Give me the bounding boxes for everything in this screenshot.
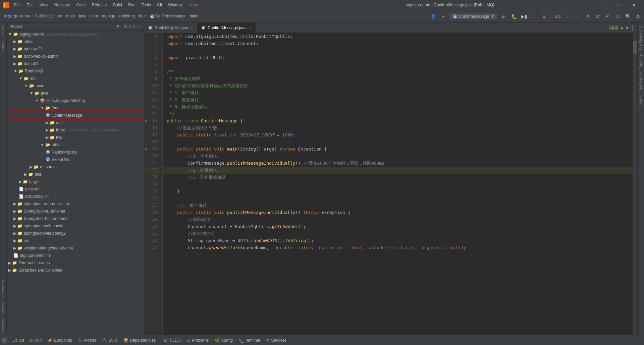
git-check-btn[interactable]: ✓ xyxy=(563,12,572,21)
panel-notifications[interactable]: Notifications xyxy=(638,70,644,92)
close-button[interactable]: ✕ xyxy=(626,0,641,10)
run-arrow-19[interactable]: ▶ xyxy=(145,146,147,153)
activity-structure[interactable]: Structure xyxy=(0,299,6,317)
tree-item-src[interactable]: ▼ 📂 src xyxy=(7,75,144,82)
tree-item-one[interactable]: ▶ 📁 one xyxy=(7,119,144,126)
bottom-build[interactable]: 🔨Build xyxy=(100,337,120,343)
menu-navigate[interactable]: Navigate xyxy=(52,2,73,8)
toolbar-profiler-btn[interactable]: ◾ xyxy=(529,12,539,21)
tree-item-four[interactable]: ▼ 📂 four xyxy=(7,104,144,112)
editor-scrollbar[interactable] xyxy=(633,33,637,335)
git-rollback-btn[interactable]: ↺ xyxy=(593,12,602,21)
code-content[interactable]: import com.atguigu.rabbitmq.utils.Rabbit… xyxy=(163,33,633,335)
toolbar-run-btn[interactable]: ▶ xyxy=(499,12,508,21)
tree-item-target[interactable]: ▶ 📁 target xyxy=(7,178,144,185)
maximize-button[interactable]: □ xyxy=(611,0,626,10)
menu-build[interactable]: Build xyxy=(110,2,125,8)
tree-item-rabbitmq[interactable]: ▼ 📂 RabbitMQ xyxy=(7,67,144,75)
tree-item-scratches[interactable]: ▶ 📁 Scratches and Consoles xyxy=(7,267,144,274)
panel-maven[interactable]: Maven xyxy=(638,93,644,107)
menu-window[interactable]: Window xyxy=(165,2,185,8)
activity-coverage[interactable]: Coverage xyxy=(0,317,6,335)
breadcrumb-module[interactable]: RabbitMQ xyxy=(35,14,53,18)
editor-down-btn[interactable]: ▼ xyxy=(625,25,629,30)
tree-item-rabbitmqutils[interactable]: C RabbitMqUtils xyxy=(7,149,144,156)
project-panel-settings[interactable]: ⚙ xyxy=(132,24,136,29)
tree-item-package[interactable]: ▼ 📦 com.atguigu.rabbitmq xyxy=(7,97,144,104)
git-push-btn[interactable]: ↗ xyxy=(583,12,592,21)
tree-item-pom[interactable]: 📄 pom.xml xyxy=(7,185,144,193)
git-update-btn[interactable]: ↑ xyxy=(573,12,582,21)
toolbar-debug-btn[interactable]: 🐛 xyxy=(509,12,519,21)
bottom-todo[interactable]: ☑TODO xyxy=(161,337,183,343)
tree-item-three[interactable]: ▶ 📁 three 33% classes, 30% lines covered xyxy=(7,126,144,134)
editor-up-btn[interactable]: ▲ xyxy=(620,25,624,30)
breadcrumb-file[interactable]: CConfirmMessage xyxy=(150,14,186,19)
tab-close-confirmmessage[interactable]: ✕ xyxy=(249,26,251,30)
project-panel-collapse[interactable]: ≡ xyxy=(128,24,131,29)
breadcrumb-atguigu[interactable]: atguigu xyxy=(102,14,115,18)
tree-item-java[interactable]: ▼ 📂 java xyxy=(7,90,144,97)
activity-project[interactable]: Project xyxy=(0,24,6,39)
breadcrumb-com[interactable]: com xyxy=(90,14,98,18)
tree-item-rabbitmq-iml[interactable]: 📄 RabbitMQ.iml xyxy=(7,193,144,200)
menu-code[interactable]: Code xyxy=(73,2,89,8)
breadcrumb-java[interactable]: java xyxy=(79,14,86,18)
editor-menu-btn[interactable]: ⋮ xyxy=(631,25,635,30)
tree-item-springboot-web[interactable]: ▶ 📁 springboot-web-config xyxy=(7,222,144,230)
bottom-git[interactable]: ⎇Git xyxy=(10,337,26,343)
bottom-problems[interactable]: ⚠Problems xyxy=(184,337,212,343)
menu-git[interactable]: Git xyxy=(154,2,165,8)
tab-confirmmessage[interactable]: C ConfirmMessage.java ✕ xyxy=(197,23,256,33)
git-undo-btn[interactable]: ↶ xyxy=(603,12,612,21)
tree-item-springboot-web2[interactable]: ▶ 📁 springboot-web-config2 xyxy=(7,230,144,237)
toolbar-coverage-btn[interactable]: ▶▮ xyxy=(519,12,529,21)
bottom-endpoints[interactable]: ⚡Endpoints xyxy=(45,337,74,343)
minimize-button[interactable]: — xyxy=(596,0,611,10)
bottom-terminal[interactable]: >_Terminal xyxy=(236,337,263,343)
tab-close-rabbitmqutils[interactable]: ✕ xyxy=(190,26,193,30)
menu-tools[interactable]: Tools xyxy=(139,2,154,8)
tree-item-root[interactable]: ▼ 📁 atguigu-demo E:\idea-workspace\atgui… xyxy=(7,31,144,38)
toolbar-search-btn[interactable]: 🔍 xyxy=(623,12,633,21)
panel-database[interactable]: Database xyxy=(638,52,644,70)
tree-item-atguigu-git[interactable]: ▶ 📁 atguigu-Git xyxy=(7,45,144,53)
activity-commit[interactable]: Commit xyxy=(0,39,6,54)
tab-rabbitmqutils[interactable]: C RabbitMqUtils.java ✕ xyxy=(144,23,197,33)
scrollbar-thumb[interactable] xyxy=(633,41,637,54)
project-panel-expand[interactable]: ⊞ xyxy=(124,24,127,29)
menu-view[interactable]: View xyxy=(37,2,51,8)
menu-file[interactable]: File xyxy=(11,2,23,8)
tree-item-springboot-crud[interactable]: ▶ 📁 SpringBoot-crud-heima xyxy=(7,208,144,215)
menu-run[interactable]: Run xyxy=(125,2,138,8)
breadcrumb-main[interactable]: main xyxy=(66,14,75,18)
tree-item-main[interactable]: ▼ 📂 main xyxy=(7,82,144,90)
tree-item-test[interactable]: ▶ 📁 test xyxy=(7,171,144,178)
tree-item-sleeputils[interactable]: C SleepUtils xyxy=(7,156,144,163)
panel-key-promoter[interactable]: Key Promoter X xyxy=(638,24,644,52)
toolbar-profile-btn[interactable]: 👤 xyxy=(429,12,438,21)
breadcrumb-root[interactable]: atguigu-demo xyxy=(4,14,31,18)
toolbar-back-btn[interactable]: ← xyxy=(439,12,448,21)
tree-item-springboot-heima[interactable]: ▶ 📁 SpringBoot-heima-demo xyxy=(7,215,144,222)
menu-help[interactable]: Help xyxy=(186,2,200,8)
tree-item-src2[interactable]: ▶ 📁 src xyxy=(7,237,144,244)
toolbar-settings-btn[interactable]: ⚙ xyxy=(633,12,643,21)
tree-item-idea[interactable]: ▶ 📁 .idea xyxy=(7,38,144,45)
breadcrumb-method[interactable]: main xyxy=(190,14,199,18)
tree-item-two[interactable]: ▶ 📁 two xyxy=(7,134,144,141)
tree-item-demo01[interactable]: ▶ 📁 demo01 xyxy=(7,60,144,67)
bottom-profiler[interactable]: ⏱Profiler xyxy=(75,337,99,343)
bottom-services[interactable]: ⚙Services xyxy=(263,337,289,343)
menu-edit[interactable]: Edit xyxy=(24,2,36,8)
toolbar-stop-btn[interactable]: ■ xyxy=(539,12,549,21)
tree-item-wenjian[interactable]: ▶ 📁 wenjian-shangchuan-heima xyxy=(7,244,144,252)
tree-item-springboot-aop[interactable]: ▶ 📁 springboot-aop-quickstart xyxy=(7,200,144,208)
tree-item-atguigu-iml[interactable]: 📄 atguigu-demo.iml xyxy=(7,252,144,259)
tree-item-utils[interactable]: ▼ 📂 utils xyxy=(7,141,144,149)
tree-item-resources[interactable]: ▶ 📁 resources xyxy=(7,163,144,171)
tree-item-external-libs[interactable]: ▶ 📁 External Libraries xyxy=(7,259,144,267)
breadcrumb-rabbitmq[interactable]: rabbitmq xyxy=(119,14,135,18)
bottom-dependencies[interactable]: 📦Dependencies xyxy=(121,337,158,343)
bottom-spring[interactable]: 🌿Spring xyxy=(212,337,235,343)
